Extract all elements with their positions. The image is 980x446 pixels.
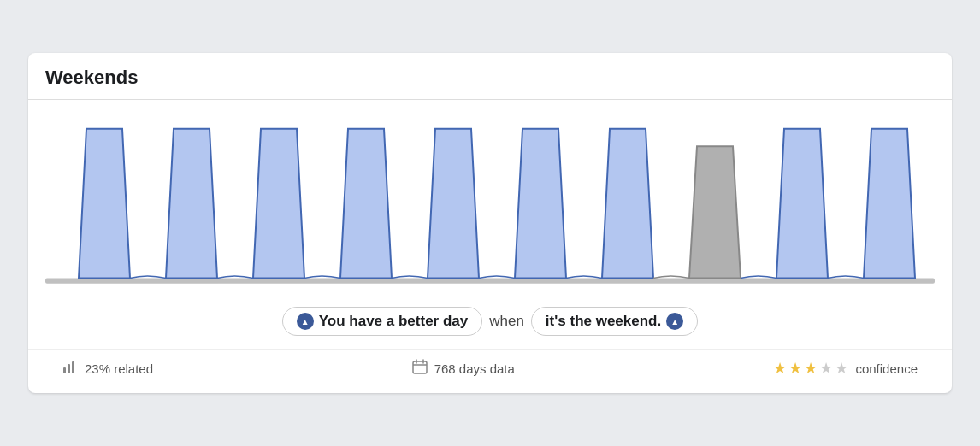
- svg-marker-4: [340, 129, 392, 279]
- svg-marker-9: [776, 129, 828, 279]
- star-5: ★: [835, 359, 848, 378]
- svg-marker-8: [689, 146, 741, 278]
- star-2: ★: [788, 359, 802, 378]
- svg-marker-7: [602, 129, 653, 279]
- confidence-stat: ★ ★ ★ ★ ★ confidence: [773, 359, 918, 378]
- prefix-text: You have a better day: [319, 313, 468, 330]
- star-1: ★: [773, 359, 787, 378]
- svg-marker-5: [428, 129, 479, 279]
- insight-row: You have a better day when it's the week…: [28, 296, 952, 349]
- data-value: 768 days data: [434, 361, 515, 376]
- stars-container: ★ ★ ★ ★ ★: [773, 359, 848, 378]
- confidence-label: confidence: [855, 361, 918, 376]
- svg-rect-14: [413, 361, 427, 373]
- svg-marker-10: [864, 129, 915, 279]
- up-arrow-icon: [297, 313, 314, 330]
- calendar-icon: [412, 359, 428, 378]
- weekends-card: Weekends: [28, 53, 952, 393]
- insight-suffix-pill: it's the weekend.: [531, 307, 698, 336]
- chart-area: [28, 100, 952, 296]
- related-value: 23% related: [85, 361, 153, 376]
- related-icon: [62, 359, 78, 378]
- svg-marker-3: [253, 129, 304, 279]
- card-title: Weekends: [45, 67, 138, 88]
- related-stat: 23% related: [62, 359, 153, 378]
- svg-marker-6: [515, 129, 566, 279]
- svg-rect-13: [72, 361, 74, 373]
- card-header: Weekends: [28, 53, 952, 100]
- star-4: ★: [819, 359, 833, 378]
- data-stat: 768 days data: [412, 359, 515, 378]
- chart-svg: [45, 109, 935, 293]
- svg-rect-12: [68, 364, 70, 373]
- svg-marker-1: [79, 129, 130, 279]
- stats-row: 23% related 768 days data ★ ★ ★ ★ ★: [28, 349, 952, 393]
- insight-prefix-pill: You have a better day: [282, 307, 482, 336]
- svg-rect-11: [63, 367, 66, 373]
- star-3: ★: [804, 359, 818, 378]
- connector-text: when: [489, 313, 524, 330]
- svg-marker-2: [166, 129, 217, 279]
- suffix-text: it's the weekend.: [546, 313, 661, 330]
- up-arrow-icon-2: [666, 313, 683, 330]
